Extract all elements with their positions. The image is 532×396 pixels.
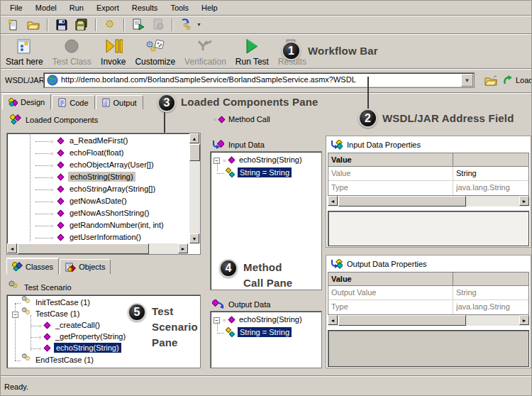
scroll-up-button[interactable]: ▲ — [189, 133, 199, 143]
menu-run[interactable]: Run — [63, 2, 90, 13]
browse-wsdl-button[interactable] — [482, 72, 500, 88]
tree-item[interactable]: ≡ a_ReadMeFirst() — [7, 136, 176, 147]
horizontal-scrollbar[interactable]: ◄ ► — [328, 315, 529, 326]
column-header-blank[interactable] — [453, 153, 527, 166]
method-stub-icon: ≡ — [50, 211, 53, 216]
scroll-left-button[interactable]: ◄ — [7, 243, 17, 253]
method-diamond-icon — [57, 186, 65, 193]
tab-classes[interactable]: Classes — [6, 258, 59, 274]
horizontal-scrollbar[interactable]: ◄ ► — [7, 243, 188, 254]
tree-item[interactable]: ≡ getNowAsShortString() — [7, 208, 176, 219]
open-folder-icon — [27, 19, 40, 31]
open-folder-icon — [484, 75, 498, 86]
property-value[interactable]: String — [453, 167, 527, 180]
scroll-right-button[interactable]: ► — [519, 196, 529, 206]
invoke-button[interactable]: Invoke — [99, 36, 128, 67]
tab-objects[interactable]: Objects — [60, 259, 111, 274]
wizard-button[interactable]: ⚙⚙ — [178, 17, 195, 33]
customize-button[interactable]: ⚙⚙ Customize — [133, 36, 177, 67]
menu-file[interactable]: File — [4, 2, 29, 13]
scrollbar-thumb[interactable] — [338, 315, 466, 326]
tree-item[interactable]: ≡ getUserInformation() — [7, 232, 176, 243]
tree-item[interactable]: ≡ echoObjectArray(User[]) — [7, 160, 176, 171]
scroll-left-button[interactable]: ◄ — [328, 196, 338, 206]
scroll-left-button[interactable]: ◄ — [328, 315, 338, 325]
scroll-down-button[interactable]: ▼ — [189, 233, 199, 243]
tab-code[interactable]: Code — [52, 95, 94, 109]
collapse-toggle[interactable]: − — [12, 312, 18, 318]
wsdl-address-bar: WSDL/JAR: http://demo.borland.com/Borlan… — [1, 70, 532, 92]
tree-item[interactable]: − ≡ echoString(String) — [211, 155, 320, 166]
export-results-button[interactable] — [130, 17, 147, 33]
horizontal-scrollbar[interactable]: ◄ ► — [328, 196, 529, 207]
scroll-right-button[interactable]: ► — [519, 315, 529, 325]
tree-item[interactable]: ≡ echoFloat(float) — [7, 148, 176, 159]
menu-export[interactable]: Export — [90, 2, 126, 13]
export-results-icon — [132, 18, 145, 31]
menu-tools[interactable]: Tools — [164, 2, 195, 13]
scrollbar-thumb[interactable] — [338, 196, 466, 207]
loaded-components-tree[interactable]: ≡ a_ReadMeFirst() ≡ echoFloat(float) ≡ e… — [6, 133, 201, 255]
tab-design-label: Design — [21, 98, 45, 106]
tree-item-selected[interactable]: ‸ String = String — [211, 327, 320, 339]
tree-connector — [35, 165, 50, 166]
column-header-blank[interactable] — [453, 273, 527, 285]
tree-item[interactable]: − ≡ echoString(String) — [211, 314, 320, 326]
method-call-title: Method Call — [228, 115, 270, 123]
scrollbar-thumb[interactable] — [189, 144, 200, 161]
column-header-value[interactable]: Value — [328, 153, 453, 166]
save-all-icon — [75, 18, 89, 31]
scrollbar-thumb[interactable] — [18, 243, 149, 254]
tree-item[interactable]: ⚙⚙ EndTestCase (1) — [7, 355, 199, 366]
tree-item[interactable]: ≡ echoStringArray(String[]) — [7, 184, 176, 195]
method-diamond-icon — [57, 222, 65, 229]
menu-model[interactable]: Model — [29, 2, 63, 13]
save-all-button[interactable] — [73, 17, 90, 33]
method-call-header: ≡ Method Call — [214, 115, 270, 123]
scroll-right-button[interactable]: ► — [178, 243, 188, 253]
method-stub-icon: ≡ — [38, 324, 41, 329]
callout-5-circle: 5 — [128, 303, 146, 321]
run-test-label: Run Test — [235, 57, 269, 67]
wsdl-url-text[interactable]: http://demo.borland.com/BorlandSampleSer… — [61, 75, 356, 84]
load-button[interactable]: Load — [503, 72, 532, 88]
method-diamond-icon — [57, 138, 65, 145]
tab-output[interactable]: ⚙ Output — [96, 95, 143, 109]
globe-icon — [47, 75, 58, 86]
input-data-tree[interactable]: − ≡ echoString(String) ‸ String = String… — [210, 151, 322, 290]
start-here-button[interactable]: Start here — [4, 36, 45, 67]
menu-help[interactable]: Help — [195, 2, 224, 13]
vertical-scrollbar[interactable]: ▲ ▼ — [189, 133, 200, 243]
callout-4-circle: 4 — [219, 259, 238, 277]
wsdl-url-combobox[interactable]: http://demo.borland.com/BorlandSampleSer… — [43, 72, 475, 88]
method-stub-icon: ≡ — [50, 163, 53, 168]
wizard-dropdown-arrow-icon[interactable]: ▼ — [196, 22, 201, 27]
tab-objects-label: Objects — [79, 263, 105, 271]
run-test-button[interactable]: Run Test — [233, 36, 271, 67]
table-row[interactable]: Value String — [328, 167, 528, 181]
tree-item[interactable]: ≡ getNowAsDate() — [7, 196, 176, 207]
tree-item-selected-inactive[interactable]: ≡ echoString(String) — [7, 172, 176, 183]
tab-output-label: Output — [113, 99, 137, 107]
property-name: Type — [328, 300, 453, 314]
table-row[interactable]: Type java.lang.String — [328, 300, 528, 314]
tree-item-selected[interactable]: ‸ String = String — [211, 167, 320, 179]
input-properties-detail-box — [328, 211, 529, 246]
new-document-button[interactable] — [5, 17, 22, 33]
open-model-button[interactable] — [25, 17, 42, 33]
tree-connector — [35, 153, 50, 154]
save-button[interactable] — [53, 17, 70, 33]
output-data-tree[interactable]: − ≡ echoString(String) ‸ String = String — [210, 311, 322, 368]
menu-results[interactable]: Results — [126, 2, 165, 13]
table-row[interactable]: Output Value String — [328, 286, 528, 300]
svg-text:⚙: ⚙ — [186, 25, 191, 31]
tree-connector — [35, 141, 50, 142]
column-header-value[interactable]: Value — [328, 273, 453, 285]
save-icon — [56, 19, 67, 31]
tree-item-label: getRandomNumber(int, int) — [70, 221, 164, 229]
settings-button[interactable]: ⚙ — [101, 17, 118, 33]
url-dropdown-button[interactable]: ▼ — [461, 74, 473, 87]
tab-design[interactable]: Design — [2, 94, 51, 109]
table-row[interactable]: Type java.lang.String — [328, 181, 528, 195]
tree-item[interactable]: ≡ getRandomNumber(int, int) — [7, 220, 176, 231]
